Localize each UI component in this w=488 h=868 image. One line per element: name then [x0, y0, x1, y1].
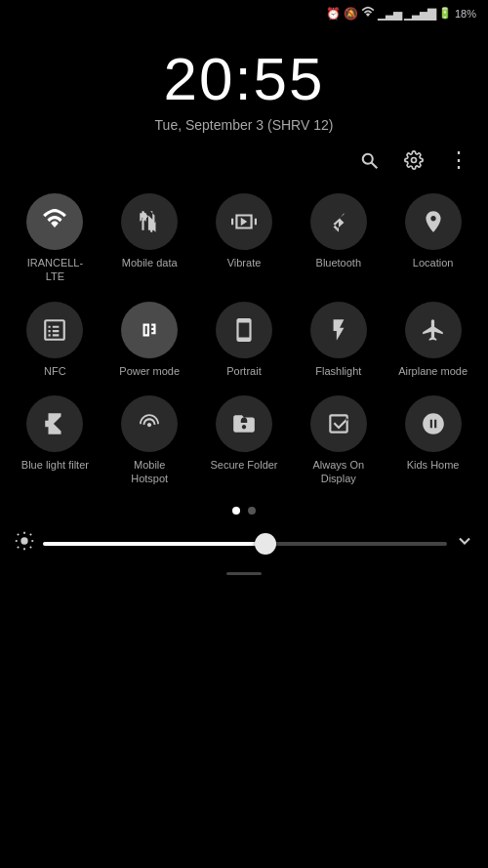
bluetooth-icon: [310, 193, 367, 250]
vibrate-label: Vibrate: [227, 256, 262, 269]
vibrate-icon: [216, 193, 272, 250]
airplane-mode-icon: [405, 302, 462, 358]
tile-flashlight[interactable]: Flashlight: [291, 292, 386, 386]
power-mode-label: Power mode: [119, 364, 180, 378]
tile-mobile-data[interactable]: Mobile data: [102, 184, 197, 292]
secure-folder-label: Secure Folder: [210, 458, 277, 472]
power-mode-icon: [121, 302, 178, 358]
flashlight-label: Flashlight: [315, 364, 361, 378]
tile-always-on[interactable]: Always On Display: [291, 386, 386, 494]
signal-icon-2: ▁▃▅▇: [404, 7, 435, 21]
svg-line-6: [18, 534, 19, 535]
flashlight-icon: [310, 302, 367, 358]
alarm-icon: ⏰: [326, 7, 341, 21]
blue-light-icon: [26, 395, 83, 452]
silent-icon: 🔕: [344, 7, 358, 21]
tile-kids-home[interactable]: Kids Home: [386, 386, 480, 494]
tiles-grid: IRANCELL- LTEMobile dataVibrateBluetooth…: [0, 180, 488, 497]
svg-point-2: [412, 158, 417, 163]
blue-light-label: Blue light filter: [21, 458, 89, 472]
signal-icon: ▁▃▅: [378, 7, 401, 21]
nfc-icon: [26, 302, 83, 358]
brightness-slider[interactable]: [43, 542, 447, 546]
wifi-label: IRANCELL- LTE: [20, 256, 90, 284]
kids-home-icon: [405, 395, 462, 452]
bottom-handle: [0, 566, 488, 581]
mobile-hotspot-label: Mobile Hotspot: [114, 458, 184, 486]
page-dot-1[interactable]: [232, 507, 240, 515]
time-display: 20:55: [0, 44, 488, 113]
tile-bluetooth[interactable]: Bluetooth: [291, 184, 386, 292]
time-section: 20:55 Tue, September 3 (SHRV 12): [0, 26, 488, 141]
settings-icon[interactable]: [402, 148, 426, 172]
airplane-mode-label: Airplane mode: [398, 364, 468, 378]
mobile-data-icon: [121, 193, 178, 250]
secure-folder-icon: [216, 395, 272, 452]
mobile-data-label: Mobile data: [122, 256, 178, 269]
battery-percentage: 18%: [455, 8, 476, 20]
handle-bar: [226, 572, 262, 575]
svg-point-0: [363, 154, 373, 164]
tile-airplane-mode[interactable]: Airplane mode: [386, 292, 480, 386]
mobile-hotspot-icon: [121, 395, 178, 452]
battery-icon: 🔋: [438, 7, 452, 20]
page-indicators: [0, 497, 488, 520]
svg-line-10: [18, 547, 19, 548]
tile-vibrate[interactable]: Vibrate: [197, 184, 292, 292]
tile-mobile-hotspot[interactable]: Mobile Hotspot: [102, 386, 197, 494]
always-on-label: Always On Display: [304, 458, 374, 486]
tile-location[interactable]: Location: [386, 184, 480, 292]
tile-blue-light[interactable]: Blue light filter: [8, 386, 102, 494]
location-label: Location: [413, 256, 454, 269]
more-options-icon[interactable]: ⋮: [447, 148, 470, 172]
portrait-icon: [216, 302, 272, 358]
header-actions: ⋮: [0, 141, 488, 180]
portrait-label: Portrait: [226, 364, 261, 378]
page-dot-2[interactable]: [248, 507, 256, 515]
tile-power-mode[interactable]: Power mode: [102, 292, 197, 386]
wifi-icon: [26, 193, 83, 250]
svg-point-3: [20, 538, 27, 545]
nfc-label: NFC: [44, 364, 66, 378]
date-display: Tue, September 3 (SHRV 12): [0, 117, 488, 133]
status-icons: ⏰ 🔕 ▁▃▅ ▁▃▅▇ 🔋 18%: [326, 6, 476, 21]
expand-brightness-button[interactable]: [455, 531, 474, 556]
tile-portrait[interactable]: Portrait: [197, 292, 292, 386]
search-icon[interactable]: [357, 148, 381, 172]
brightness-icon: [14, 530, 35, 557]
always-on-icon: [310, 395, 367, 452]
wifi-status-icon: [361, 6, 375, 21]
location-icon: [405, 193, 462, 250]
brightness-bar: [0, 520, 488, 566]
kids-home-label: Kids Home: [407, 458, 460, 472]
bluetooth-label: Bluetooth: [316, 256, 361, 269]
tile-wifi[interactable]: IRANCELL- LTE: [8, 184, 102, 292]
svg-line-7: [30, 547, 31, 548]
tile-secure-folder[interactable]: Secure Folder: [197, 386, 292, 494]
svg-line-1: [372, 163, 378, 169]
status-bar: ⏰ 🔕 ▁▃▅ ▁▃▅▇ 🔋 18%: [0, 0, 488, 26]
svg-line-11: [30, 534, 31, 535]
tile-nfc[interactable]: NFC: [8, 292, 102, 386]
